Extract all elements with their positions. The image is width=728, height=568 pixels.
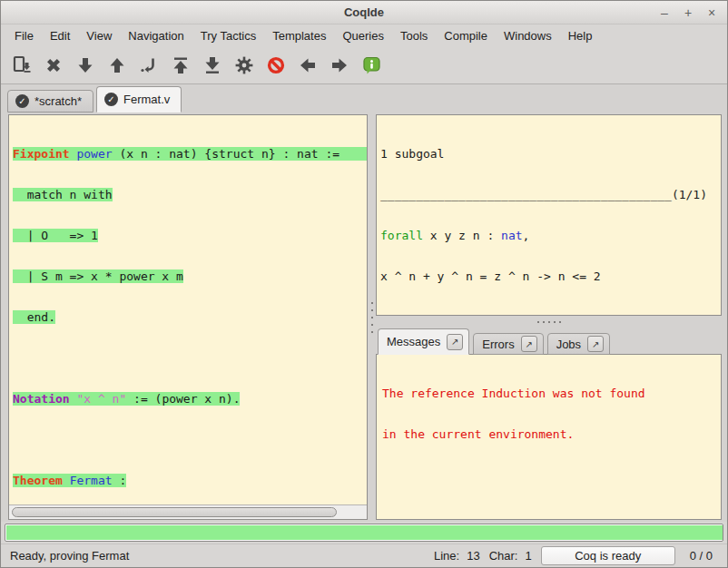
main-area: Fixpoint power (x n : nat) {struct n} : … (1, 113, 727, 522)
interrupt-icon[interactable] (262, 52, 290, 79)
line-label: Line: (434, 549, 459, 563)
code-line: end. (13, 310, 367, 324)
progress-row (1, 522, 727, 544)
char-label: Char: (489, 549, 518, 563)
menu-windows[interactable]: Windows (496, 26, 560, 45)
coqide-window: CoqIde – + × File Edit View Navigation T… (0, 0, 728, 568)
tab-label: Jobs (556, 338, 581, 351)
progress-bar (5, 524, 723, 542)
messages-panel[interactable]: The reference Induction was not found in… (376, 354, 722, 520)
window-controls: – + × (658, 1, 718, 24)
line-value: 13 (467, 549, 479, 563)
forward-icon[interactable] (72, 52, 99, 79)
vertical-splitter[interactable] (368, 114, 376, 520)
menu-compile[interactable]: Compile (436, 26, 496, 45)
about-icon[interactable] (358, 52, 385, 79)
script-editor-frame: Fixpoint power (x n : nat) {struct n} : … (8, 114, 368, 520)
go-to-end-icon[interactable] (199, 52, 226, 79)
code-line: | S m => x * power x m (13, 269, 367, 283)
maximize-icon[interactable]: + (682, 6, 694, 19)
tab-label: *scratch* (34, 94, 82, 108)
coq-status-button[interactable]: Coq is ready (541, 546, 675, 565)
code-line: Fixpoint power (x n : nat) {struct n} : … (13, 147, 367, 161)
status-bar: Ready, proving Fermat Line: 13 Char: 1 C… (1, 544, 727, 567)
message-tab-bar: Messages ↗ Errors ↗ Jobs ↗ (376, 328, 722, 355)
tab-label: Fermat.v (123, 93, 170, 106)
goal-separator: ________________________________________… (380, 188, 721, 201)
code-line: match n with (13, 188, 367, 201)
menu-view[interactable]: View (78, 26, 120, 45)
code-line: | O => 1 (13, 229, 367, 242)
tab-label: Messages (387, 335, 440, 348)
menu-help[interactable]: Help (560, 26, 601, 45)
tab-messages[interactable]: Messages ↗ (378, 328, 469, 355)
check-icon: ✓ (104, 93, 118, 106)
restart-icon[interactable] (167, 52, 194, 79)
menu-tools[interactable]: Tools (392, 26, 436, 45)
previous-icon[interactable] (294, 52, 321, 79)
menu-navigation[interactable]: Navigation (120, 26, 192, 45)
jobs-counter: 0 / 0 (690, 549, 713, 563)
window-title: CoqIde (344, 5, 384, 19)
minimize-icon[interactable]: – (658, 6, 671, 19)
menu-edit[interactable]: Edit (42, 26, 78, 45)
toolbar (1, 46, 727, 84)
message-line: The reference Induction was not found (382, 387, 721, 400)
next-icon[interactable] (326, 52, 353, 79)
code-line: Theorem Fermat : (13, 474, 367, 487)
tab-errors[interactable]: Errors ↗ (473, 333, 543, 355)
tab-fermat[interactable]: ✓ Fermat.v (96, 86, 182, 113)
script-panel: Fixpoint power (x n : nat) {struct n} : … (8, 114, 368, 520)
goal-conclusion: x ^ n + y ^ n = z ^ n -> n <= 2 (380, 269, 721, 283)
menu-bar: File Edit View Navigation Try Tactics Te… (1, 24, 727, 46)
tab-jobs[interactable]: Jobs ↗ (547, 333, 610, 355)
code-line: Notation "x ^ n" := (power x n). (13, 392, 367, 406)
backward-icon[interactable] (103, 52, 131, 79)
title-bar: CoqIde – + × (1, 1, 727, 24)
goals-panel[interactable]: 1 subgoal ______________________________… (376, 114, 722, 316)
detach-icon[interactable]: ↗ (521, 336, 537, 352)
goal-hypothesis: forall x y z n : nat, (380, 229, 721, 242)
horizontal-splitter[interactable] (376, 316, 722, 328)
menu-queries[interactable]: Queries (334, 26, 392, 45)
tab-label: Errors (482, 338, 514, 351)
check-icon: ✓ (15, 94, 29, 108)
tab-scratch[interactable]: ✓ *scratch* (7, 90, 93, 113)
horizontal-scrollbar[interactable] (9, 504, 367, 519)
document-tab-bar: ✓ *scratch* ✓ Fermat.v (1, 84, 727, 113)
message-line: in the current environment. (382, 427, 721, 441)
char-value: 1 (525, 549, 531, 563)
code-line (13, 351, 367, 365)
close-icon[interactable]: × (705, 6, 718, 19)
goal-count: 1 subgoal (380, 147, 721, 161)
script-editor[interactable]: Fixpoint power (x n : nat) {struct n} : … (9, 115, 367, 504)
menu-file[interactable]: File (6, 26, 42, 45)
goto-cursor-icon[interactable] (135, 52, 162, 79)
scrollbar-thumb[interactable] (12, 507, 337, 517)
progress-fill (6, 525, 723, 540)
detach-icon[interactable]: ↗ (587, 336, 604, 352)
menu-templates[interactable]: Templates (264, 26, 334, 45)
code-line (13, 433, 367, 446)
page-arrow-icon[interactable] (8, 52, 35, 79)
detach-icon[interactable]: ↗ (447, 334, 463, 350)
close-icon[interactable] (40, 52, 67, 79)
status-message: Ready, proving Fermat (10, 549, 425, 563)
fully-check-icon[interactable] (231, 52, 258, 79)
menu-try-tactics[interactable]: Try Tactics (192, 26, 264, 45)
right-panel: 1 subgoal ______________________________… (376, 114, 722, 520)
